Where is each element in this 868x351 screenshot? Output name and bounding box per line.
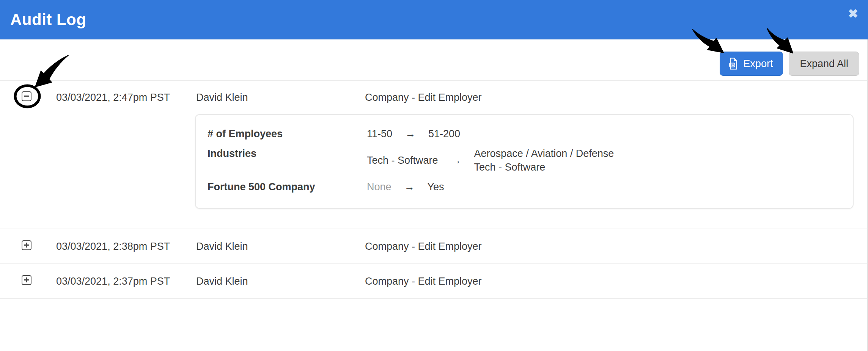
toolbar: csv Export Expand All (0, 39, 868, 80)
change-field-label: Fortune 500 Company (208, 180, 367, 194)
change-arrow-icon: → (451, 154, 461, 167)
expand-toggle-icon[interactable] (22, 240, 31, 250)
expand-all-button-label: Expand All (800, 58, 848, 70)
change-field-label: # of Employees (208, 127, 367, 141)
user-cell: David Klein (196, 92, 365, 103)
table-row: 03/03/2021, 2:37pm PST David Klein Compa… (0, 263, 868, 298)
change-values: 11-50 → 51-200 (367, 127, 460, 141)
table-row: 03/03/2021, 2:38pm PST David Klein Compa… (0, 229, 868, 263)
timestamp-cell: 03/03/2021, 2:37pm PST (56, 276, 196, 287)
export-button-label: Export (743, 58, 773, 70)
change-row-industries: Industries Tech - Software → Aerospace /… (208, 147, 841, 174)
toggle-cell (0, 91, 56, 104)
collapse-toggle-icon[interactable] (22, 91, 31, 101)
new-value-line: Tech - Software (474, 160, 614, 174)
expand-all-button[interactable]: Expand All (789, 52, 859, 76)
expand-toggle-icon[interactable] (22, 275, 31, 285)
change-row-fortune500: Fortune 500 Company None → Yes (208, 180, 841, 194)
change-detail-panel: # of Employees 11-50 → 51-200 Industries… (195, 114, 854, 209)
action-cell: Company - Edit Employer (365, 92, 868, 103)
new-value: Aerospace / Aviation / Defense Tech - So… (474, 147, 614, 174)
close-icon[interactable]: ✖ (848, 8, 858, 20)
modal-header: Audit Log ✖ (0, 0, 868, 39)
user-cell: David Klein (196, 241, 365, 252)
new-value: 51-200 (428, 127, 460, 141)
svg-text:csv: csv (730, 64, 735, 66)
toggle-cell (0, 240, 56, 253)
old-value: Tech - Software (367, 154, 438, 167)
audit-row-2-main: 03/03/2021, 2:38pm PST David Klein Compa… (0, 229, 868, 263)
new-value-line: Aerospace / Aviation / Defense (474, 147, 614, 160)
toggle-cell (0, 275, 56, 288)
change-values: None → Yes (367, 180, 444, 194)
page-title: Audit Log (10, 11, 86, 29)
audit-row-1-main: 03/03/2021, 2:47pm PST David Klein Compa… (0, 81, 868, 114)
audit-log-table: 03/03/2021, 2:47pm PST David Klein Compa… (0, 80, 868, 299)
action-cell: Company - Edit Employer (365, 276, 868, 287)
action-cell: Company - Edit Employer (365, 241, 868, 252)
table-row: 03/03/2021, 2:47pm PST David Klein Compa… (0, 80, 868, 209)
audit-row-3-main: 03/03/2021, 2:37pm PST David Klein Compa… (0, 264, 868, 298)
timestamp-cell: 03/03/2021, 2:38pm PST (56, 241, 196, 252)
old-value: None (367, 180, 392, 194)
change-field-label: Industries (208, 147, 367, 160)
new-value: Yes (428, 180, 444, 194)
timestamp-cell: 03/03/2021, 2:47pm PST (56, 92, 196, 103)
export-button[interactable]: csv Export (720, 52, 783, 76)
change-values: Tech - Software → Aerospace / Aviation /… (367, 147, 614, 174)
user-cell: David Klein (196, 276, 365, 287)
old-value: 11-50 (367, 127, 392, 141)
change-row-employees: # of Employees 11-50 → 51-200 (208, 127, 841, 141)
change-arrow-icon: → (405, 127, 415, 141)
change-arrow-icon: → (404, 180, 415, 194)
csv-file-icon: csv (728, 58, 738, 70)
